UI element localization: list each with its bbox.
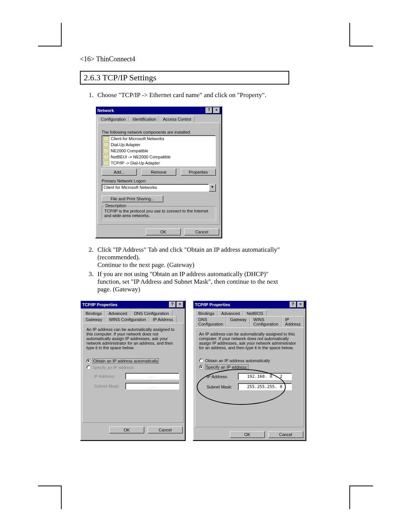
tab-gateway[interactable]: Gateway [82, 316, 105, 323]
ok-button[interactable]: OK [146, 228, 181, 235]
tcpip-desc: An IP address can be automatically assig… [86, 327, 179, 350]
list-item-label: Dial-Up Adapter [111, 142, 140, 147]
crop-mark-br [349, 486, 373, 509]
tab-identification[interactable]: Identification [129, 116, 159, 123]
cancel-button[interactable]: Cancel [148, 427, 183, 433]
section-title-box: 2.6.3 TCP/IP Settings [80, 71, 289, 85]
properties-button[interactable]: Properties [181, 169, 216, 176]
tcpip-dialog-auto: TCP/IP Properties ? × Bindings Advanced … [80, 300, 186, 441]
add-button[interactable]: Add... [102, 169, 137, 176]
list-item[interactable]: Client for Microsoft Networks [102, 136, 215, 142]
subnet-mask-field: . . . [125, 383, 179, 390]
step-1: Choose "TCP/IP -> Ethernet card name" an… [95, 91, 289, 99]
help-button[interactable]: ? [290, 302, 296, 308]
tab-wins[interactable]: WINS Configuration [250, 316, 282, 328]
ip-address-label: IP Address: [207, 374, 234, 379]
tcpip-tabs-row2: DNS Configuration Gateway WINS Configura… [195, 316, 304, 328]
step-2-text-b: Continue to the next page. (Gateway) [97, 261, 194, 268]
section-title: 2.6.3 TCP/IP Settings [84, 73, 156, 82]
tab-access-control[interactable]: Access Control [159, 116, 194, 123]
tab-bindings[interactable]: Bindings [82, 310, 105, 316]
radio-obtain-auto-label: Obtain an IP address automatically [92, 358, 159, 364]
list-item[interactable]: TCP/IP -> Dial-Up Adapter [102, 160, 215, 166]
tcpip-footer: OK Cancel [193, 429, 306, 440]
step-list: Choose "TCP/IP -> Ethernet card name" an… [80, 91, 289, 99]
close-button[interactable]: × [177, 302, 183, 308]
page-header: <16> ThinConnect4 [80, 55, 289, 63]
help-button[interactable]: ? [169, 302, 176, 308]
cancel-button[interactable]: Cancel [268, 431, 303, 438]
tab-wins[interactable]: WINS Configuration [105, 316, 149, 323]
step-list-2: Click "IP Address" Tab and click "Obtain… [80, 246, 289, 293]
radio-specify-label: Specify an IP address: [92, 365, 134, 370]
tab-bindings[interactable]: Bindings [195, 310, 218, 316]
network-tabs: Configuration Identification Access Cont… [97, 116, 220, 123]
tcpip-dialog-specify: TCP/IP Properties ? × Bindings Advanced … [193, 300, 306, 441]
step-3: If you are not using "Obtain an IP addre… [95, 270, 289, 293]
tab-advanced[interactable]: Advanced [105, 310, 131, 316]
client-icon [103, 136, 109, 141]
network-footer: OK Cancel [96, 226, 221, 238]
tcpip-titlebar: TCP/IP Properties ? × [193, 301, 306, 308]
tcpip-title: TCP/IP Properties [82, 302, 118, 307]
radio-specify[interactable]: Specify an IP address: [199, 364, 300, 370]
network-title: Network [97, 108, 114, 113]
radio-icon [199, 358, 204, 363]
tab-dns[interactable]: DNS Configuration [131, 310, 172, 316]
tcpip-tabs-row1: Bindings Advanced DNS Configuration [82, 310, 183, 316]
tab-advanced[interactable]: Advanced [218, 310, 243, 316]
subnet-mask-label: Subnet Mask: [207, 385, 234, 389]
tab-ip-address[interactable]: IP Address [150, 316, 177, 323]
file-print-sharing-button[interactable]: File and Print Sharing... [102, 195, 163, 202]
description-text: TCP/IP is the protocol you use to connec… [104, 209, 213, 218]
tcpip-footer: OK Cancel [81, 424, 185, 436]
close-button[interactable]: × [213, 107, 220, 113]
list-item-selected[interactable]: TCP/IP -> NE2000 Compatible [102, 166, 215, 166]
radio-specify[interactable]: Specify an IP address: [86, 365, 179, 370]
components-listbox[interactable]: Client for Microsoft Networks Dial-Up Ad… [102, 135, 216, 166]
subnet-mask-label: Subnet Mask: [94, 384, 121, 388]
tcpip-tabs-row1: Bindings Advanced NetBIOS [195, 310, 304, 316]
radio-obtain-auto[interactable]: Obtain an IP address automatically [199, 358, 300, 363]
list-item-label: TCP/IP -> Dial-Up Adapter [111, 161, 160, 165]
ok-button[interactable]: OK [230, 431, 265, 438]
tcpip-title: TCP/IP Properties [195, 302, 230, 307]
list-item[interactable]: NetBEUI -> NE2000 Compatible [102, 154, 215, 160]
list-item-label: NE2000 Compatible [111, 149, 148, 153]
tab-dns[interactable]: DNS Configuration [195, 316, 226, 328]
ip-value: . . . [126, 374, 179, 379]
logon-combo[interactable]: Client for Microsoft Networks ▼ [102, 184, 216, 192]
ip-address-field[interactable]: 192.168. 0 . 2 [238, 373, 292, 380]
tab-configuration[interactable]: Configuration [97, 116, 129, 123]
crop-mark-tl [38, 23, 62, 46]
protocol-icon [103, 154, 109, 160]
ip-address-label: IP Address: [94, 374, 121, 379]
list-item-label: NetBEUI -> NE2000 Compatible [111, 155, 170, 159]
step-2: Click "IP Address" Tab and click "Obtain… [95, 246, 289, 269]
radio-obtain-auto[interactable]: Obtain an IP address automatically [86, 358, 179, 364]
radio-icon [86, 359, 91, 363]
tab-netbios[interactable]: NetBIOS [243, 310, 266, 316]
list-item[interactable]: NE2000 Compatible [102, 148, 215, 154]
step-2-text-a: Click "IP Address" Tab and click "Obtain… [97, 246, 280, 261]
crop-mark-bl [38, 486, 62, 509]
help-button[interactable]: ? [206, 107, 212, 113]
ok-button[interactable]: OK [109, 427, 144, 433]
remove-button[interactable]: Remove [141, 169, 176, 176]
subnet-mask-field[interactable]: 255.255.255. 0 [238, 383, 292, 390]
components-label: The following network components are ins… [102, 130, 216, 134]
tcpip-panel: An IP address can be automatically assig… [195, 328, 304, 427]
cancel-button[interactable]: Cancel [184, 228, 219, 235]
list-item[interactable]: Dial-Up Adapter [102, 142, 215, 148]
tab-gateway[interactable]: Gateway [226, 316, 250, 328]
logon-label: Primary Network Logon: [102, 179, 216, 183]
list-item-label: Client for Microsoft Networks [111, 136, 164, 141]
chevron-down-icon[interactable]: ▼ [209, 184, 216, 192]
ip-value: 192.168. 0 . 2 [238, 374, 292, 379]
close-button[interactable]: × [297, 302, 304, 308]
crop-mark-tr [349, 23, 373, 46]
network-tab-panel: The following network components are ins… [97, 123, 220, 225]
tcpip-desc: An IP address can be automatically assig… [199, 332, 300, 350]
tab-ip-address[interactable]: IP Address [282, 316, 304, 328]
ip-address-field: . . . [125, 373, 179, 380]
